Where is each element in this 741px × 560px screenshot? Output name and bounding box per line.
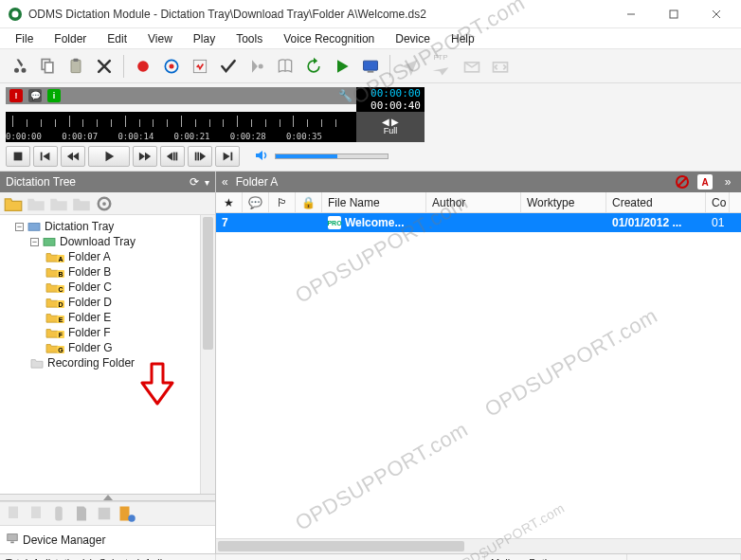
no-filter-icon[interactable] bbox=[675, 174, 690, 190]
back-chev-icon[interactable]: « bbox=[222, 175, 228, 189]
send-mail-button[interactable] bbox=[396, 53, 423, 80]
menu-edit[interactable]: Edit bbox=[98, 30, 136, 47]
recorder-icon[interactable] bbox=[49, 504, 68, 523]
tree-scrollbar[interactable] bbox=[200, 215, 215, 494]
tree-folder[interactable]: BFolder B bbox=[45, 264, 215, 280]
info-marker-icon[interactable]: i bbox=[47, 89, 61, 102]
tree-folder[interactable]: DFolder D bbox=[45, 295, 215, 310]
menu-folder[interactable]: Folder bbox=[45, 30, 96, 47]
col-comment[interactable]: 💬 bbox=[243, 192, 269, 212]
fast-forward-button[interactable] bbox=[133, 146, 157, 167]
menu-view[interactable]: View bbox=[138, 30, 182, 47]
direct-record-button[interactable] bbox=[158, 53, 185, 80]
menu-voice-recognition[interactable]: Voice Recognition bbox=[274, 30, 384, 47]
filter-a-icon[interactable]: A bbox=[697, 174, 713, 190]
device-manager-node[interactable]: Device Manager bbox=[6, 532, 209, 548]
volume-control[interactable] bbox=[254, 148, 389, 166]
col-co[interactable]: Co bbox=[706, 192, 730, 212]
record-button[interactable] bbox=[130, 53, 156, 80]
display-button[interactable] bbox=[357, 53, 384, 80]
menu-file[interactable]: File bbox=[6, 30, 43, 47]
convert-button[interactable] bbox=[187, 53, 213, 80]
comment-marker-icon[interactable]: 💬 bbox=[28, 89, 42, 102]
tree-folder[interactable]: CFolder C bbox=[45, 280, 215, 295]
tree-recording[interactable]: Recording Folder bbox=[30, 355, 215, 370]
grid-body[interactable]: 7 PRO Welcome... 01/01/2012 ... 01 bbox=[216, 213, 741, 538]
row-comment bbox=[243, 213, 269, 232]
receive-mail-button[interactable] bbox=[459, 53, 485, 80]
col-created[interactable]: Created bbox=[606, 192, 706, 212]
col-lock[interactable]: 🔒 bbox=[296, 192, 322, 212]
timeline-ruler[interactable]: 0:00:00 0:00:07 0:00:14 0:00:21 0:00:28 … bbox=[6, 112, 356, 142]
delete-button[interactable] bbox=[91, 53, 117, 80]
zoom-full-button[interactable]: ◀ ▶ Full bbox=[356, 112, 425, 142]
download-device-icon[interactable] bbox=[4, 504, 23, 523]
volume-slider[interactable] bbox=[275, 154, 389, 159]
svg-rect-21 bbox=[173, 153, 175, 161]
maximize-button[interactable] bbox=[652, 0, 695, 27]
col-worktype[interactable]: Worktype bbox=[521, 192, 606, 212]
refresh-tree-icon[interactable]: ⟳ bbox=[190, 175, 199, 189]
col-filename[interactable]: File Name bbox=[322, 192, 426, 212]
tree-folder[interactable]: FFolder F bbox=[45, 325, 215, 340]
finish-button[interactable] bbox=[215, 53, 242, 80]
splitter-handle[interactable] bbox=[0, 494, 215, 501]
rewind-button[interactable] bbox=[61, 146, 85, 167]
dictation-tree[interactable]: − Dictation Tray − Download Tray AFolder… bbox=[0, 215, 215, 494]
wrench-icon[interactable]: 🔧 bbox=[338, 89, 352, 102]
book-button[interactable] bbox=[272, 53, 298, 80]
delete-folder-icon[interactable] bbox=[49, 194, 68, 213]
paste-button[interactable] bbox=[63, 53, 89, 80]
close-button[interactable] bbox=[695, 0, 737, 27]
svg-rect-22 bbox=[176, 153, 178, 161]
upload-device-icon[interactable] bbox=[27, 504, 45, 523]
skip-index-fwd-button[interactable] bbox=[188, 146, 212, 167]
priority-marker-icon[interactable]: ! bbox=[9, 89, 23, 102]
send-receive-button[interactable] bbox=[487, 53, 514, 80]
grid-h-scrollbar[interactable] bbox=[216, 538, 741, 553]
skip-index-back-button[interactable] bbox=[160, 146, 185, 167]
options-chev-icon[interactable]: » bbox=[720, 174, 735, 190]
ftp-button[interactable]: FTP bbox=[425, 53, 457, 80]
row-author bbox=[426, 213, 521, 232]
intro-button[interactable] bbox=[244, 53, 270, 80]
device-settings-icon[interactable] bbox=[117, 504, 136, 523]
col-flag[interactable]: 🏳 bbox=[269, 192, 296, 212]
tree-folder[interactable]: GFolder G bbox=[45, 340, 215, 355]
sd-card-icon[interactable] bbox=[72, 504, 91, 523]
new-folder-icon[interactable] bbox=[4, 194, 23, 213]
row-flag bbox=[269, 213, 296, 232]
copy-button[interactable] bbox=[34, 53, 61, 80]
open-folder-icon[interactable] bbox=[27, 194, 45, 213]
collapse-icon[interactable]: − bbox=[30, 238, 39, 246]
stop-button[interactable] bbox=[6, 146, 30, 167]
refresh-button[interactable] bbox=[300, 53, 327, 80]
minimize-button[interactable] bbox=[609, 0, 652, 27]
device-icon[interactable] bbox=[95, 504, 114, 523]
tree-download[interactable]: − Download Tray bbox=[30, 234, 215, 249]
play-button[interactable] bbox=[88, 146, 130, 167]
skip-back-button[interactable] bbox=[33, 146, 58, 167]
tree-folder[interactable]: AFolder A bbox=[45, 249, 215, 264]
table-row[interactable]: 7 PRO Welcome... 01/01/2012 ... 01 bbox=[216, 213, 741, 232]
menu-device[interactable]: Device bbox=[386, 30, 440, 47]
tree-folder[interactable]: EFolder E bbox=[45, 310, 215, 325]
folder-badge: F bbox=[57, 331, 64, 338]
menu-tools[interactable]: Tools bbox=[226, 30, 272, 47]
skip-end-button[interactable] bbox=[215, 146, 240, 167]
col-priority[interactable]: ★ bbox=[216, 192, 243, 212]
tree-root[interactable]: − Dictation Tray bbox=[15, 219, 215, 234]
menu-play[interactable]: Play bbox=[184, 30, 225, 47]
panel-menu-icon[interactable]: ▾ bbox=[205, 177, 209, 188]
cut-button[interactable] bbox=[6, 53, 32, 80]
content-title: Folder A bbox=[236, 175, 667, 189]
col-author[interactable]: Author bbox=[426, 192, 521, 212]
svg-rect-31 bbox=[31, 507, 41, 519]
collapse-icon[interactable]: − bbox=[15, 223, 24, 231]
row-created: 01/01/2012 ... bbox=[606, 213, 706, 232]
menu-help[interactable]: Help bbox=[442, 30, 484, 47]
folder-properties-icon[interactable] bbox=[72, 194, 91, 213]
folder-settings-icon[interactable] bbox=[95, 194, 114, 213]
play-toolbar-button[interactable] bbox=[329, 53, 355, 80]
device-tree[interactable]: Device Manager bbox=[0, 526, 215, 553]
